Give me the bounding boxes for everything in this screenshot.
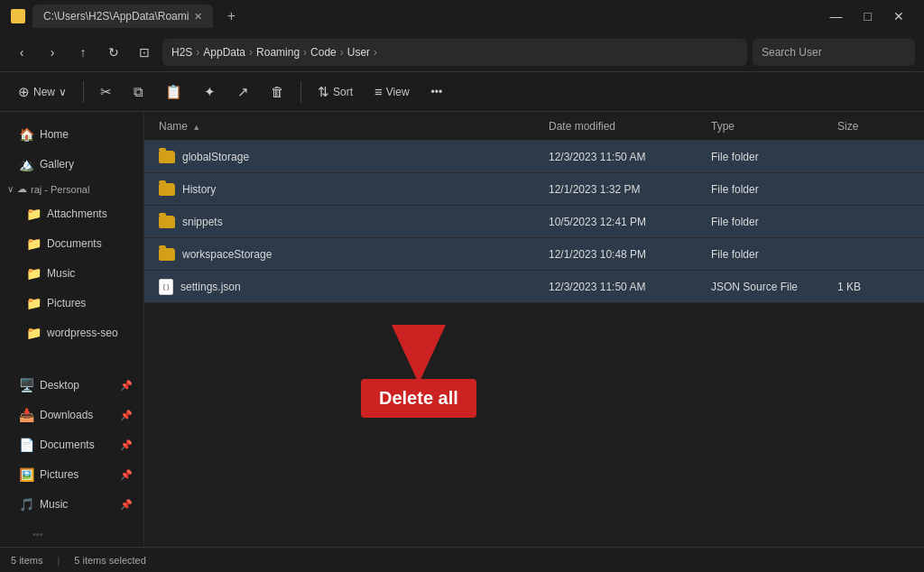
tab-label: C:\Users\H2S\AppData\Roami: [43, 10, 189, 23]
path-sep-3: ›: [303, 46, 307, 59]
sidebar-item-attachments[interactable]: 📁 Attachments: [4, 199, 140, 228]
ai-icon: ✦: [204, 84, 216, 100]
downloads-label: Downloads: [40, 409, 93, 421]
sidebar-item-music-pinned[interactable]: 🎵 Music 📌: [4, 490, 140, 519]
col-type: Type: [711, 120, 837, 133]
sidebar-item-music[interactable]: 📁 Music: [4, 259, 140, 288]
path-sep-4: ›: [340, 46, 344, 59]
search-box[interactable]: Search User: [753, 39, 915, 66]
toolbar: ⊕ New ∨ ✂ ⧉ 📋 ✦ ↗ 🗑 ⇅ Sort ≡ View •••: [0, 72, 924, 112]
path-appdata[interactable]: AppData: [203, 46, 245, 59]
path-user[interactable]: User: [347, 46, 370, 59]
file-name-cell: snippets: [159, 216, 549, 228]
music-label: Music: [47, 267, 75, 280]
pictures-pin: 📌: [120, 469, 133, 481]
table-row[interactable]: globalStorage 12/3/2023 11:50 AM File fo…: [144, 141, 924, 173]
home-icon: 🏠: [18, 126, 34, 143]
json-icon: { }: [159, 279, 173, 295]
toolbar-separator-1: [83, 81, 84, 103]
file-name-text: History: [182, 183, 216, 196]
table-row[interactable]: History 12/1/2023 1:32 PM File folder: [144, 173, 924, 206]
path-sep-1: ›: [196, 46, 199, 59]
table-row[interactable]: workspaceStorage 12/1/2023 10:48 PM File…: [144, 238, 924, 271]
share-icon: ↗: [237, 84, 249, 100]
search-placeholder: Search User: [762, 46, 822, 59]
music-icon: 📁: [25, 265, 42, 281]
close-window-button[interactable]: ✕: [884, 9, 913, 23]
pictures-label: Pictures: [47, 297, 86, 309]
file-area[interactable]: Name ▲ Date modified Type Size globalSto…: [144, 112, 924, 547]
forward-button[interactable]: ›: [40, 40, 65, 65]
more-button[interactable]: •••: [422, 78, 452, 106]
sort-button[interactable]: ⇅ Sort: [309, 78, 362, 106]
new-button[interactable]: ⊕ New ∨: [9, 78, 76, 106]
file-name-text: globalStorage: [182, 151, 249, 163]
sidebar-item-downloads[interactable]: 📥 Downloads 📌: [4, 401, 140, 429]
music-pinned-label: Music: [40, 498, 68, 511]
back-button[interactable]: ‹: [9, 40, 34, 65]
copy-button[interactable]: ⧉: [125, 78, 152, 106]
col-modified: Date modified: [549, 120, 711, 133]
pictures-pin-icon: 🖼️: [18, 466, 34, 483]
path-code[interactable]: Code: [310, 46, 337, 59]
device-button[interactable]: ⊡: [132, 40, 157, 65]
sidebar-item-gallery[interactable]: 🏔️ Gallery: [4, 150, 140, 179]
sidebar-item-desktop[interactable]: 🖥️ Desktop 📌: [4, 371, 140, 400]
documents-pin: 📌: [120, 439, 133, 451]
title-bar: C:\Users\H2S\AppData\Roami ✕ + — □ ✕: [0, 0, 924, 32]
wordpress-label: wordpress-seo: [47, 327, 118, 339]
downloads-pin: 📌: [120, 410, 133, 421]
sort-icon: ⇅: [318, 84, 329, 100]
ai-button[interactable]: ✦: [195, 78, 225, 106]
downloads-icon: 📥: [18, 407, 34, 423]
view-button[interactable]: ≡ View: [365, 78, 419, 106]
raj-section[interactable]: ∨ ☁ raj - Personal: [0, 180, 143, 198]
file-type: File folder: [711, 216, 837, 228]
file-name-text: settings.json: [180, 281, 241, 293]
desktop-icon: 🖥️: [18, 377, 34, 393]
sidebar-item-home[interactable]: 🏠 Home: [4, 120, 140, 149]
file-name-text: snippets: [182, 216, 223, 228]
total-items: 5 items: [11, 555, 42, 566]
sidebar-item-pictures[interactable]: 📁 Pictures: [4, 289, 140, 318]
window-controls: — □ ✕: [821, 9, 913, 23]
app-icon: [11, 9, 25, 23]
tab-close-button[interactable]: ✕: [194, 11, 202, 23]
file-modified: 12/1/2023 10:48 PM: [549, 248, 711, 261]
sidebar-item-documents-pinned[interactable]: 📄 Documents 📌: [4, 430, 140, 459]
sidebar-item-pictures-pinned[interactable]: 🖼️ Pictures 📌: [4, 460, 140, 489]
share-button[interactable]: ↗: [228, 78, 258, 106]
sidebar-item-documents[interactable]: 📁 Documents: [4, 229, 140, 258]
minimize-button[interactable]: —: [821, 9, 852, 23]
view-label: View: [386, 86, 410, 98]
sidebar: 🏠 Home 🏔️ Gallery ∨ ☁ raj - Personal 📁 A…: [0, 112, 144, 547]
new-tab-button[interactable]: +: [220, 5, 242, 27]
tab-item[interactable]: C:\Users\H2S\AppData\Roami ✕: [32, 5, 213, 28]
cut-button[interactable]: ✂: [91, 78, 121, 106]
folder-icon: [159, 183, 175, 196]
up-button[interactable]: ↑: [70, 40, 96, 65]
paste-icon: 📋: [165, 84, 182, 100]
sidebar-more[interactable]: •••: [4, 520, 140, 547]
path-roaming[interactable]: Roaming: [256, 46, 300, 59]
paste-button[interactable]: 📋: [156, 78, 191, 106]
sidebar-item-wordpress[interactable]: 📁 wordpress-seo: [4, 318, 140, 347]
status-bar: 5 items | 5 items selected: [0, 547, 924, 572]
file-type: File folder: [711, 248, 837, 261]
new-chevron: ∨: [59, 86, 67, 98]
cut-icon: ✂: [100, 84, 112, 100]
file-name-cell: workspaceStorage: [159, 248, 549, 261]
raj-label: raj - Personal: [31, 184, 89, 195]
path-sep-2: ›: [249, 46, 253, 59]
address-path[interactable]: H2S › AppData › Roaming › Code › User ›: [162, 39, 747, 66]
path-h2s[interactable]: H2S: [171, 46, 192, 59]
home-label: Home: [40, 128, 69, 141]
table-row[interactable]: snippets 10/5/2023 12:41 PM File folder: [144, 206, 924, 238]
file-modified: 12/3/2023 11:50 AM: [549, 151, 711, 163]
attachments-icon: 📁: [25, 206, 42, 222]
maximize-button[interactable]: □: [855, 9, 881, 23]
table-row[interactable]: { } settings.json 12/3/2023 11:50 AM JSO…: [144, 271, 924, 303]
refresh-button[interactable]: ↻: [101, 40, 126, 65]
delete-button[interactable]: 🗑: [262, 78, 293, 106]
folder-icon: [159, 151, 175, 163]
